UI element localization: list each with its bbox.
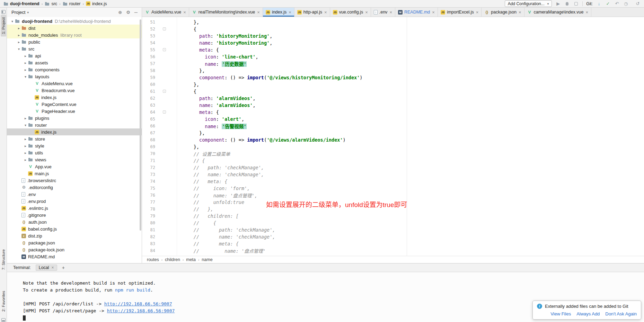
close-icon[interactable]: × [289,10,291,15]
tool-button-1-project[interactable]: 1: Project [1,15,6,37]
editor-breadcrumb-children[interactable]: children [165,257,180,262]
tree-item-pageheader-vue[interactable]: VPageHeader.vue [7,108,142,115]
tree-item-node-modules[interactable]: ▸node_moduleslibrary root [7,32,142,38]
notification-action-don-t-ask-again[interactable]: Don't Ask Again [605,311,637,316]
tree-item-index-js[interactable]: JSindex.js [7,94,142,101]
tree-item-auth-json[interactable]: {}auth.json [7,218,142,225]
add-configuration-button[interactable]: Add Configuration... ▾ [505,0,552,7]
chevron-down-icon[interactable]: ▾ [23,75,28,79]
chevron-down-icon[interactable]: ▾ [16,47,21,51]
tree-item-editorconfig[interactable]: ⚙.editorconfig [7,184,142,191]
tree-item-assets[interactable]: ▸assets [7,59,142,66]
breadcrumb-item-src[interactable]: src [44,1,58,6]
tree-item-gitignore[interactable]: .gitignore [7,212,142,218]
chevron-down-icon[interactable]: ▾ [10,19,15,23]
tree-item-dist-zip[interactable]: zdist.zip [7,232,142,239]
tree-item-store[interactable]: ▸store [7,135,142,142]
tree-item-main-js[interactable]: JSmain.js [7,170,142,177]
project-scrollbar[interactable] [140,19,141,231]
tree-item-views[interactable]: ▸views [7,156,142,163]
tree-item-app-vue[interactable]: VApp.vue [7,163,142,170]
tree-item-layouts[interactable]: ▾layouts [7,73,142,80]
tab-env[interactable]: .env× [371,8,395,17]
editor-breadcrumb-routes[interactable]: routes [147,257,159,262]
tab-importexcel-js[interactable]: JSimportExcel.js× [438,8,482,17]
chevron-right-icon[interactable]: ▸ [23,54,28,58]
debug-icon[interactable] [564,1,570,7]
tree-item-env-prod[interactable]: .env.prod [7,198,142,205]
terminal-tab-local[interactable]: Local × [36,265,57,271]
breadcrumb-item-router[interactable]: router [62,1,81,6]
tree-item-dist[interactable]: ▸dist [7,25,142,32]
chevron-down-icon[interactable]: ▾ [23,123,28,127]
close-icon[interactable]: × [519,10,521,15]
tree-item-utils[interactable]: ▸utils [7,149,142,156]
tree-item-asidemenu-vue[interactable]: VAsideMenu.vue [7,80,142,87]
vcs-history-icon[interactable]: ◷ [623,1,629,7]
close-icon[interactable]: × [52,265,54,270]
vcs-rollback-icon[interactable]: ↶ [614,1,620,7]
chevron-right-icon[interactable]: ▸ [23,137,28,141]
tab-realtimemonitoring-index-vue[interactable]: VrealTimeMonitoring\index.vue× [189,8,263,17]
tree-item-package-json[interactable]: {}package.json [7,239,142,246]
tree-item-public[interactable]: ▸public [7,38,142,45]
project-panel-title[interactable]: Project [11,10,25,15]
tab-readme-md[interactable]: MREADME.md× [395,8,438,17]
notification-action-always-add[interactable]: Always Add [576,311,600,316]
toolwindow-switcher-icon[interactable] [1,318,6,322]
chevron-right-icon[interactable]: ▸ [23,68,28,72]
tree-item-env[interactable]: .env [7,191,142,198]
run-icon[interactable]: ▶ [555,1,561,7]
gear-icon[interactable]: ⚙ [126,10,130,15]
tree-item-duoji-frontend[interactable]: ▾duoji-frontendD:\zheheWeb\duoji-fronten… [7,18,142,25]
restore-layout-icon[interactable]: ↺ [635,1,641,7]
tab-asidemenu-vue[interactable]: VAsideMenu.vue× [142,8,189,17]
chevron-right-icon[interactable]: ▸ [16,33,21,37]
close-icon[interactable]: × [183,10,186,15]
tree-item-breadcrumb-vue[interactable]: VBreadcrumb.vue [7,87,142,94]
tab-index-js[interactable]: JSindex.js× [263,8,294,17]
chevron-right-icon[interactable]: ▸ [16,40,21,44]
chevron-right-icon[interactable]: ▸ [23,116,28,120]
chevron-right-icon[interactable]: ▸ [16,26,21,30]
close-icon[interactable]: × [324,10,327,15]
hide-panel-icon[interactable]: ─ [134,10,138,15]
breadcrumb-item-index-js[interactable]: JSindex.js [85,1,107,6]
editor-breadcrumb-meta[interactable]: meta [186,257,196,262]
locate-file-icon[interactable]: ⊕ [118,10,122,15]
new-terminal-icon[interactable]: + [62,265,65,270]
close-icon[interactable]: × [432,10,435,15]
chevron-right-icon[interactable]: ▸ [23,61,28,65]
fold-icon[interactable]: - [163,48,166,51]
tool-button-7-structure[interactable]: 7: Structure [1,247,6,272]
chevron-down-icon[interactable]: ▾ [27,11,29,14]
tab-vue-config-js[interactable]: JSvue.config.js× [330,8,371,17]
tree-item-style[interactable]: ▸style [7,142,142,149]
tree-item-babel-config-js[interactable]: JSbabel.config.js [7,225,142,232]
close-icon[interactable]: × [257,10,260,15]
tree-item-browserslistrc[interactable]: .browserslistrc [7,177,142,184]
chevron-right-icon[interactable]: ▸ [23,144,28,148]
tree-item-eslintrc-js[interactable]: JS.eslintrc.js [7,205,142,212]
vcs-commit-icon[interactable]: ✓ [605,1,611,7]
tree-item-router[interactable]: ▾router [7,122,142,128]
fold-icon[interactable]: - [163,27,166,30]
tree-item-api[interactable]: ▸api [7,52,142,59]
tree-item-plugins[interactable]: ▸plugins [7,115,142,122]
fold-icon[interactable]: - [163,90,166,93]
close-icon[interactable]: × [365,10,368,15]
chevron-right-icon[interactable]: ▸ [23,151,28,155]
vcs-update-icon[interactable]: ↓ [596,1,602,7]
tree-item-readme-md[interactable]: MREADME.md [7,253,142,260]
tab-http-api-js[interactable]: JShttp-api.js× [294,8,330,17]
tree-item-package-lock-json[interactable]: {}package-lock.json [7,246,142,253]
tree-item-index-js[interactable]: JSindex.js [7,128,142,135]
breadcrumb-item-duoji-frontend[interactable]: duoji-frontend [3,1,40,6]
notification-action-view-files[interactable]: View Files [550,311,571,316]
close-icon[interactable]: × [389,10,392,15]
fold-icon[interactable]: - [163,110,166,114]
tool-button-2-favorites[interactable]: 2: Favorites [1,288,6,314]
profiler-icon[interactable] [573,1,579,7]
code-editor[interactable]: 51 },52- {53 path: 'historyMonitoring',5… [142,17,644,256]
tab-package-json[interactable]: {}package.json× [482,8,524,17]
